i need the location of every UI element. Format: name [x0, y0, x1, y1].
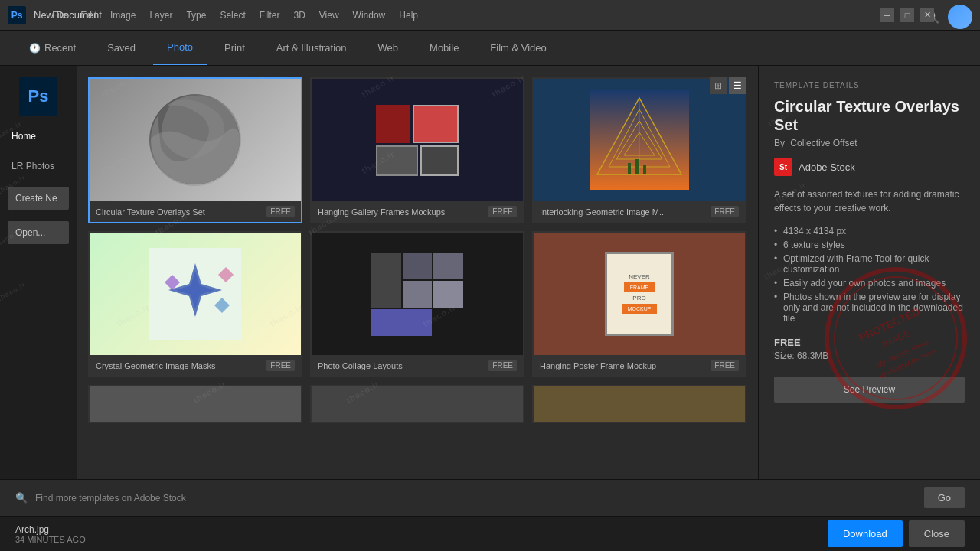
- open-button[interactable]: Open...: [8, 221, 69, 244]
- template-card-image-3: [534, 79, 745, 201]
- tab-film-video[interactable]: Film & Video: [476, 31, 560, 64]
- template-card-geometric[interactable]: Interlocking Geometric Image M... FREE: [532, 77, 746, 223]
- action-buttons: Download Close: [828, 520, 965, 547]
- template-card-image-4: [90, 233, 301, 355]
- menu-3d[interactable]: 3D: [287, 10, 311, 21]
- adobe-stock-icon: St: [774, 158, 792, 176]
- svg-rect-13: [643, 165, 646, 174]
- template-card-image-5: [312, 233, 523, 355]
- menu-layer[interactable]: Layer: [143, 10, 178, 21]
- template-name: Circular Texture Overlays Set: [96, 207, 205, 217]
- template-card-photo-collage[interactable]: Photo Collage Layouts FREE: [310, 231, 524, 377]
- poster-orange-box: FRAME: [624, 282, 655, 292]
- poster-frame-text: FRAME: [630, 285, 649, 290]
- create-new-button[interactable]: Create Ne: [8, 187, 69, 210]
- template-card-footer-2: Hanging Gallery Frames Mockups FREE: [312, 201, 523, 222]
- feature-item-photos: Easily add your own photos and images: [774, 276, 965, 290]
- file-info-row: Arch.jpg 34 MINUTES AGO Download Close: [0, 516, 980, 551]
- tabs-row: 🕐 Recent Saved Photo Print Art & Illustr…: [0, 31, 980, 66]
- template-card-hanging-frames[interactable]: Hanging Gallery Frames Mockups FREE: [310, 77, 524, 223]
- see-preview-button[interactable]: See Preview: [774, 377, 965, 403]
- template-card-partial-2[interactable]: [310, 385, 524, 423]
- tab-saved[interactable]: Saved: [93, 31, 149, 64]
- content-area: Ps Home LR Photos Create Ne Open... thac…: [0, 66, 980, 479]
- menu-filter[interactable]: Filter: [253, 10, 286, 21]
- poster-text-never: NEVER: [629, 272, 650, 281]
- template-card-footer: Circular Texture Overlays Set FREE: [90, 201, 301, 222]
- menu-image[interactable]: Image: [104, 10, 142, 21]
- template-name-2: Hanging Gallery Frames Mockups: [318, 207, 445, 217]
- left-sidebar: Ps Home LR Photos Create Ne Open... thac…: [0, 66, 77, 479]
- template-name-5: Photo Collage Layouts: [318, 361, 403, 370]
- download-button[interactable]: Download: [828, 520, 903, 547]
- template-card-footer-5: Photo Collage Layouts FREE: [312, 355, 523, 376]
- template-grid: Circular Texture Overlays Set FREE: [88, 77, 746, 377]
- tab-recent[interactable]: 🕐 Recent: [15, 31, 90, 64]
- geometric-preview-svg: [590, 90, 689, 190]
- grid-view-button[interactable]: ⊞: [710, 77, 727, 94]
- adobe-stock-badge: St Adobe Stock: [774, 158, 965, 176]
- template-card-partial-3[interactable]: [532, 385, 746, 423]
- template-card-image-2: [312, 79, 523, 201]
- window-controls: ─ □ ✕: [880, 8, 934, 22]
- go-button[interactable]: Go: [924, 487, 965, 508]
- svg-rect-11: [628, 163, 631, 174]
- free-badge: FREE: [774, 337, 965, 348]
- feature-item-styles: 6 texture styles: [774, 238, 965, 252]
- template-grid-area[interactable]: thaco.ir thaco.ir thaco.ir thaco.ir thac…: [77, 66, 758, 479]
- minimize-button[interactable]: ─: [880, 8, 894, 22]
- close-button[interactable]: ✕: [920, 8, 934, 22]
- tab-mobile[interactable]: Mobile: [416, 31, 472, 64]
- template-author: By Collective Offset: [774, 138, 965, 148]
- template-badge: FREE: [266, 206, 295, 217]
- close-dialog-button[interactable]: Close: [909, 520, 965, 547]
- right-panel: thaco.ir thaco.ir thaco.ir thaco.ir TEMP…: [758, 66, 980, 479]
- file-info: Arch.jpg 34 MINUTES AGO: [15, 524, 86, 544]
- find-templates-text: Find more templates on Adobe Stock: [35, 493, 916, 504]
- maximize-button[interactable]: □: [900, 8, 914, 22]
- template-card-footer-6: Hanging Poster Frame Mockup FREE: [534, 355, 745, 376]
- menu-view[interactable]: View: [313, 10, 345, 21]
- file-name: Arch.jpg: [15, 524, 86, 535]
- menu-type[interactable]: Type: [180, 10, 212, 21]
- partial-cards-row: [88, 385, 746, 423]
- right-panel-actions: See Preview: [774, 377, 965, 403]
- svg-rect-12: [635, 159, 639, 174]
- tab-print[interactable]: Print: [211, 31, 259, 64]
- template-card-poster-frame[interactable]: NEVER FRAME PRO MOCKUP: [532, 231, 746, 377]
- crystal-preview-svg: [149, 248, 241, 340]
- new-document-dialog: 🕐 Recent Saved Photo Print Art & Illustr…: [0, 31, 980, 551]
- recent-icon: 🕐: [29, 43, 41, 54]
- tab-photo[interactable]: Photo: [153, 31, 207, 65]
- partial-card-bg-3: [534, 386, 745, 423]
- menu-edit[interactable]: Edit: [74, 10, 103, 21]
- template-name-3: Interlocking Geometric Image M...: [540, 207, 666, 217]
- tab-art-illustration[interactable]: Art & Illustration: [263, 31, 361, 64]
- template-badge-4: FREE: [266, 360, 295, 371]
- template-card-crystal[interactable]: Crystal Geometric Image Masks FREE: [88, 231, 302, 377]
- tab-web[interactable]: Web: [364, 31, 413, 64]
- circle-preview-svg: [149, 94, 241, 186]
- template-card-footer-3: Interlocking Geometric Image M... FREE: [534, 201, 745, 222]
- sidebar-item-lr-photos[interactable]: LR Photos: [0, 153, 77, 179]
- template-description: A set of assorted textures for adding dr…: [774, 187, 965, 215]
- menu-file[interactable]: File: [46, 10, 73, 21]
- menu-window[interactable]: Window: [347, 10, 392, 21]
- poster-mockup-text: MOCKUP: [628, 306, 652, 311]
- ps-logo: Ps: [8, 6, 26, 24]
- menu-help[interactable]: Help: [393, 10, 424, 21]
- template-card-partial-1[interactable]: [88, 385, 302, 423]
- template-features-list: 4134 x 4134 px 6 texture styles Optimize…: [774, 224, 965, 325]
- template-details-label: TEMPLATE DETAILS: [774, 81, 965, 90]
- circular-texture-preview: [149, 94, 241, 186]
- menu-select[interactable]: Select: [214, 10, 251, 21]
- search-icon-bottom: 🔍: [15, 492, 28, 504]
- partial-card-bg-2: [312, 386, 523, 423]
- ps-app-logo: Ps: [19, 77, 57, 116]
- list-view-button[interactable]: ☰: [729, 77, 746, 94]
- user-avatar[interactable]: [948, 5, 972, 29]
- sidebar-item-home[interactable]: Home: [0, 123, 77, 149]
- right-panel-inner: thaco.ir thaco.ir thaco.ir thaco.ir TEMP…: [759, 66, 980, 418]
- bottom-bar: 🔍 Find more templates on Adobe Stock Go: [0, 479, 980, 516]
- template-card-circular-texture[interactable]: Circular Texture Overlays Set FREE: [88, 77, 302, 223]
